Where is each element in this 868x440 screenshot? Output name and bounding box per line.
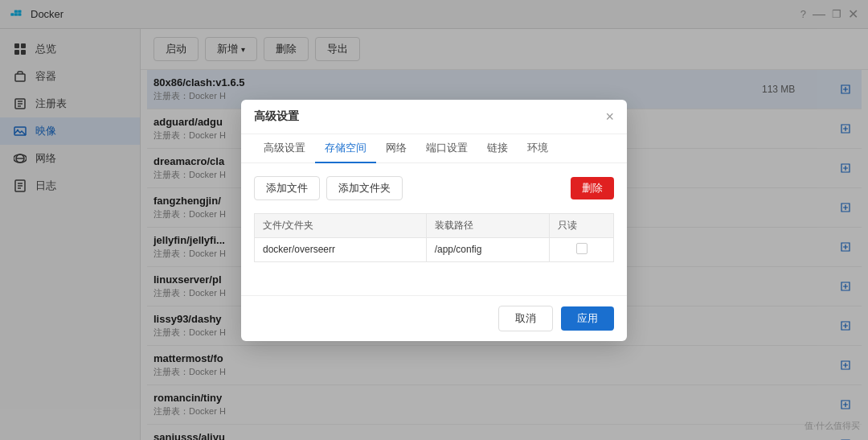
modal-overlay: 高级设置 × 高级设置 存储空间 网络 端口设置 链接 环境 [0, 0, 868, 440]
tab-link[interactable]: 链接 [477, 134, 518, 163]
col-readonly: 只读 [550, 213, 614, 237]
add-file-button[interactable]: 添加文件 [254, 176, 320, 200]
storage-row-0: docker/overseerr /app/config [255, 237, 614, 261]
storage-readonly-0[interactable] [550, 237, 614, 261]
col-path: 文件/文件夹 [255, 213, 427, 237]
tab-storage[interactable]: 存储空间 [315, 134, 376, 163]
apply-button[interactable]: 应用 [561, 306, 614, 331]
delete-storage-button[interactable]: 删除 [571, 177, 614, 199]
add-folder-button[interactable]: 添加文件夹 [326, 176, 403, 200]
tab-port[interactable]: 端口设置 [416, 134, 477, 163]
dialog-title: 高级设置 [254, 109, 299, 124]
dialog-header: 高级设置 × [241, 100, 627, 134]
storage-table: 文件/文件夹 装载路径 只读 docker/overseerr /app/con… [254, 213, 614, 262]
dialog-close-button[interactable]: × [605, 109, 614, 124]
tab-network[interactable]: 网络 [376, 134, 416, 163]
dialog-body: 添加文件 添加文件夹 删除 文件/文件夹 装载路径 只读 dock [241, 163, 627, 295]
dialog-footer: 取消 应用 [241, 295, 627, 341]
tab-advanced[interactable]: 高级设置 [254, 134, 315, 163]
col-mount: 装载路径 [426, 213, 549, 237]
advanced-settings-dialog: 高级设置 × 高级设置 存储空间 网络 端口设置 链接 环境 [241, 100, 627, 341]
cancel-button[interactable]: 取消 [498, 306, 553, 331]
storage-actions-row: 添加文件 添加文件夹 删除 [254, 176, 614, 200]
tab-env[interactable]: 环境 [518, 134, 558, 163]
storage-path-0: docker/overseerr [255, 237, 427, 261]
readonly-checkbox[interactable] [576, 243, 588, 254]
dialog-tabs: 高级设置 存储空间 网络 端口设置 链接 环境 [241, 134, 627, 163]
storage-mount-0: /app/config [426, 237, 549, 261]
